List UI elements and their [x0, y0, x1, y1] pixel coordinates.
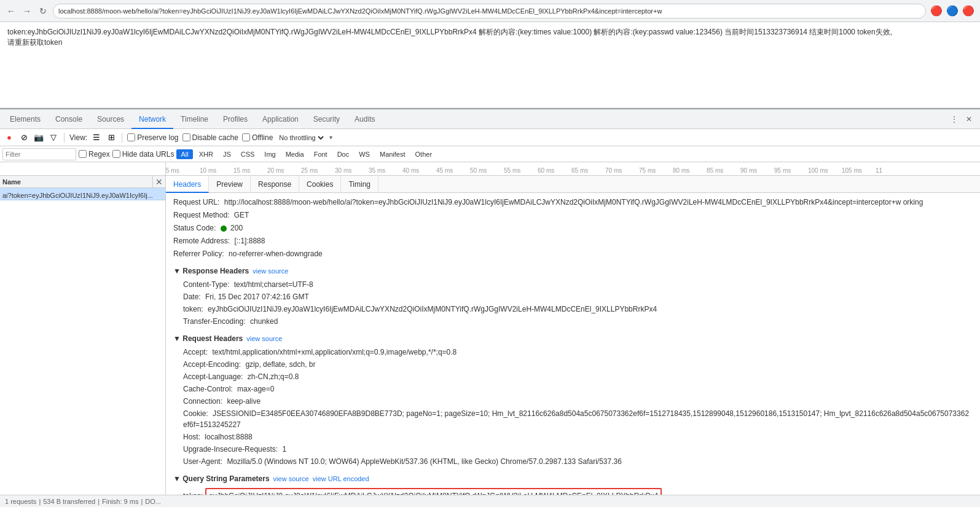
- filter-manifest-button[interactable]: Manifest: [376, 150, 409, 159]
- status-separator-1: |: [39, 498, 41, 505]
- close-devtools-icon[interactable]: ✕: [963, 113, 975, 125]
- filter-other-button[interactable]: Other: [412, 150, 436, 159]
- detail-content-area: Request URL: http://localhost:8888/moon-…: [166, 193, 980, 495]
- name-column-header: Name: [0, 176, 153, 187]
- request-headers-label: ▼ Request Headers: [173, 333, 243, 344]
- tab-security[interactable]: Security: [306, 109, 347, 129]
- filter-all-button[interactable]: All: [176, 149, 192, 159]
- filter-ws-button[interactable]: WS: [355, 150, 374, 159]
- address-bar[interactable]: [53, 4, 926, 18]
- throttle-select[interactable]: No throttling: [276, 133, 326, 142]
- mark-80ms: 80 ms: [673, 167, 689, 174]
- view-grid-icon[interactable]: ⊞: [106, 132, 117, 143]
- page-line-1: token:eyJhbGciOiJIUzI1NiJ9.eyJ0aW1lcyI6I…: [7, 27, 973, 37]
- camera-button[interactable]: 📷: [33, 132, 44, 143]
- filter-css-button[interactable]: CSS: [237, 150, 259, 159]
- extension-icon-1[interactable]: 🔴: [930, 4, 943, 18]
- request-view-source-link[interactable]: view source: [246, 333, 282, 344]
- preserve-log-checkbox[interactable]: Preserve log: [127, 133, 178, 142]
- mark-45ms: 45 ms: [436, 167, 453, 174]
- filter-doc-button[interactable]: Doc: [334, 150, 353, 159]
- tab-timeline[interactable]: Timeline: [173, 109, 216, 129]
- mark-50ms: 50 ms: [470, 167, 487, 174]
- browser-chrome: ← → ↻ 🔴 🔵 🔴: [0, 0, 980, 22]
- detail-tab-timing[interactable]: Timing: [341, 176, 378, 193]
- detail-tab-preview[interactable]: Preview: [209, 176, 251, 193]
- filter-media-button[interactable]: Media: [282, 150, 308, 159]
- offline-checkbox[interactable]: Offline: [242, 133, 273, 142]
- tab-sources[interactable]: Sources: [90, 109, 131, 129]
- filter-bar: Regex Hide data URLs All XHR JS CSS Img …: [0, 146, 980, 162]
- response-headers-label: ▼ Response Headers: [173, 265, 249, 277]
- accept-encoding-row: Accept-Encoding: gzip, deflate, sdch, br: [173, 359, 973, 370]
- remote-address-row: Remote Address: [::1]:8888: [173, 235, 973, 246]
- mark-40ms: 40 ms: [402, 167, 419, 174]
- detail-tab-response[interactable]: Response: [251, 176, 299, 193]
- request-method-row: Request Method: GET: [173, 210, 973, 221]
- detail-tab-headers[interactable]: Headers: [166, 176, 209, 193]
- hide-data-urls-checkbox[interactable]: Hide data URLs: [112, 150, 174, 159]
- filter-xhr-button[interactable]: XHR: [195, 150, 217, 159]
- mark-30ms: 30 ms: [335, 167, 351, 174]
- regex-input[interactable]: [79, 150, 87, 158]
- disable-cache-checkbox[interactable]: Disable cache: [182, 133, 238, 142]
- more-tools-icon[interactable]: ⋮: [948, 113, 960, 125]
- close-detail-button[interactable]: ✕: [153, 176, 165, 188]
- record-button[interactable]: ●: [4, 132, 15, 143]
- cookie-row: Cookie: JSESSIONID=E3485F0EEA30746890EFA…: [173, 408, 973, 430]
- mark-105ms: 105 ms: [842, 167, 862, 174]
- query-string-section: ▼ Query String Parameters view source vi…: [173, 473, 973, 484]
- user-agent-row: User-Agent: Mozilla/5.0 (Windows NT 10.0…: [173, 456, 973, 467]
- request-method-key: Request Method:: [173, 211, 229, 219]
- response-headers-section: ▼ Response Headers view source: [173, 265, 973, 277]
- extension-icon-2[interactable]: 🔵: [946, 4, 959, 18]
- clear-button[interactable]: ⊘: [18, 132, 29, 143]
- tab-console[interactable]: Console: [48, 109, 90, 129]
- mark-65ms: 65 ms: [571, 167, 588, 174]
- referrer-policy-val: no-referrer-when-downgrade: [229, 250, 323, 258]
- detail-tab-cookies[interactable]: Cookies: [299, 176, 341, 193]
- requests-count: 1 requests: [5, 498, 36, 505]
- status-code-val: 200: [230, 224, 243, 232]
- filter-input[interactable]: [2, 148, 76, 160]
- tab-audits[interactable]: Audits: [347, 109, 382, 129]
- transfer-encoding-row: Transfer-Encoding: chunked: [173, 316, 973, 327]
- filter-js-button[interactable]: JS: [219, 150, 235, 159]
- refresh-button[interactable]: ↻: [37, 5, 49, 17]
- qs-view-url-encoded-link[interactable]: view URL encoded: [313, 473, 369, 484]
- mark-90ms: 90 ms: [740, 167, 757, 174]
- filter-font-button[interactable]: Font: [310, 150, 331, 159]
- network-toolbar: ● ⊘ 📷 ▽ View: ☰ ⊞ Preserve log Disable c…: [0, 129, 980, 146]
- qs-view-source-link[interactable]: view source: [273, 473, 309, 484]
- tab-network[interactable]: Network: [131, 109, 173, 129]
- devtools-extra-icons: ⋮ ✕: [948, 113, 975, 125]
- extension-icon-3[interactable]: 🔴: [962, 4, 975, 18]
- request-item[interactable]: ai?token=eyJhbGciOiJIUzI1NiJ9.eyJ0aW1Icy…: [0, 188, 165, 200]
- tab-profiles[interactable]: Profiles: [216, 109, 255, 129]
- filter-img-button[interactable]: Img: [261, 150, 279, 159]
- preserve-log-input[interactable]: [127, 133, 135, 141]
- disable-cache-input[interactable]: [182, 133, 190, 141]
- transferred-size: 534 B transferred: [43, 498, 95, 505]
- response-view-source-link[interactable]: view source: [253, 265, 288, 277]
- page-content: token:eyJhbGciOiJIUzI1NiJ9.eyJ0aW1lcyI6I…: [0, 22, 980, 108]
- regex-checkbox[interactable]: Regex: [79, 150, 110, 159]
- date-row: Date: Fri, 15 Dec 2017 07:42:16 GMT: [173, 291, 973, 302]
- forward-button[interactable]: →: [21, 5, 33, 17]
- status-separator-2: |: [98, 498, 100, 505]
- mark-75ms: 75 ms: [639, 167, 656, 174]
- back-button[interactable]: ←: [5, 5, 17, 17]
- mark-35ms: 35 ms: [369, 167, 385, 174]
- dom-content: DO...: [145, 498, 161, 505]
- accept-language-row: Accept-Language: zh-CN,zh;q=0.8: [173, 371, 973, 382]
- offline-input[interactable]: [242, 133, 250, 141]
- tab-elements[interactable]: Elements: [2, 109, 48, 129]
- hide-data-urls-input[interactable]: [112, 150, 120, 158]
- filter-button[interactable]: ▽: [48, 132, 59, 143]
- request-url-key: Request URL:: [173, 198, 219, 206]
- remote-address-key: Remote Address:: [173, 237, 230, 245]
- view-list-icon[interactable]: ☰: [91, 132, 102, 143]
- mark-55ms: 55 ms: [504, 167, 520, 174]
- mark-70ms: 70 ms: [605, 167, 622, 174]
- tab-application[interactable]: Application: [255, 109, 306, 129]
